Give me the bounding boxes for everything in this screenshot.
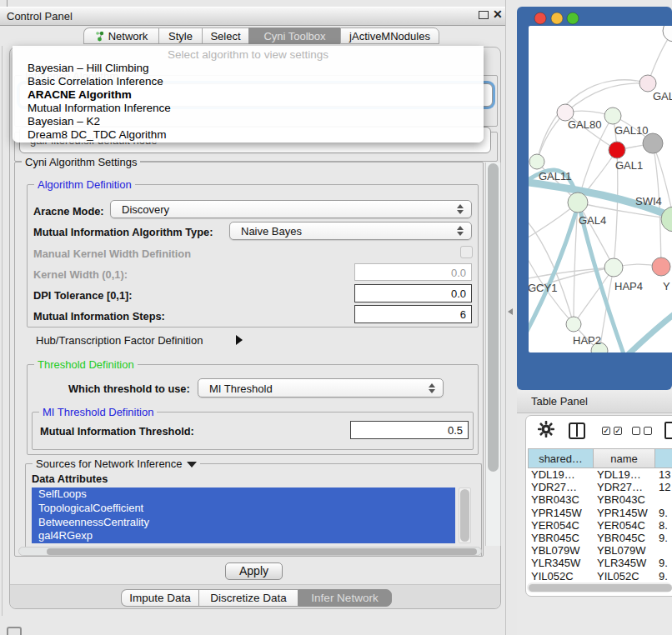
settings-vscrollbar-thumb[interactable] bbox=[488, 163, 499, 472]
mi-type-combo[interactable]: Naive Bayes bbox=[229, 222, 472, 240]
table-cell: 9. bbox=[655, 570, 672, 582]
table-cell: YBR045C bbox=[528, 532, 594, 544]
table-row[interactable]: YBR043CYBR043C bbox=[528, 493, 672, 506]
kernel-width-input[interactable]: 0.0 bbox=[354, 263, 472, 281]
control-panel-titlebar: Control Panel bbox=[0, 7, 507, 26]
which-threshold-combo[interactable]: MI Threshold bbox=[198, 378, 444, 398]
settings-hscrollbar-thumb[interactable] bbox=[47, 548, 477, 555]
aracne-mode-label: Aracne Mode: bbox=[33, 205, 104, 218]
manual-kernel-checkbox[interactable] bbox=[460, 246, 473, 258]
columns-icon[interactable] bbox=[569, 422, 585, 439]
column-header[interactable] bbox=[655, 448, 672, 468]
node-GAL10[interactable] bbox=[604, 108, 621, 124]
minimize-window-icon[interactable] bbox=[551, 12, 563, 24]
float-panel-icon[interactable] bbox=[479, 11, 489, 19]
table-cell: YPR145W bbox=[528, 507, 594, 519]
algorithm-option[interactable]: Bayesian – K2 bbox=[28, 115, 171, 128]
tab-select[interactable]: Select bbox=[202, 28, 248, 44]
mi-steps-input[interactable]: 6 bbox=[354, 305, 472, 323]
algorithm-option[interactable]: Basic Correlation Inference bbox=[28, 75, 171, 88]
table-row[interactable]: YDL19…YDL19…13 bbox=[528, 468, 672, 481]
close-window-icon[interactable] bbox=[534, 12, 546, 24]
column-header[interactable]: name bbox=[594, 448, 655, 468]
kernel-width-label: Kernel Width (0,1): bbox=[33, 268, 128, 281]
deselect-icon[interactable] bbox=[632, 427, 640, 435]
tab-jactivemnodules[interactable]: jActiveMNodules bbox=[340, 28, 439, 44]
minimized-panel-icon[interactable] bbox=[7, 627, 22, 635]
table-cell: YDL19… bbox=[528, 468, 594, 481]
control-panel-title: Control Panel bbox=[7, 10, 73, 22]
node-label: HAP2 bbox=[573, 334, 601, 347]
table-row[interactable]: YPR145WYPR145W9. bbox=[528, 507, 672, 519]
select-all-icon[interactable]: ✓ bbox=[602, 427, 610, 435]
zoom-window-icon[interactable] bbox=[567, 12, 579, 24]
aracne-mode-combo[interactable]: Discovery bbox=[110, 200, 472, 218]
mit-input[interactable]: 0.5 bbox=[350, 421, 469, 439]
column-header[interactable]: shared… bbox=[528, 448, 594, 468]
table-row[interactable]: YDR27…YDR27…12 bbox=[528, 481, 672, 493]
table-cell: YIL052C bbox=[528, 570, 594, 582]
table-row[interactable]: YLR345WYLR345W9. bbox=[528, 557, 672, 569]
tab-cyni-toolbox[interactable]: Cyni Toolbox bbox=[248, 28, 340, 44]
node-label: GAL10 bbox=[614, 124, 648, 137]
panel-left-edge bbox=[2, 46, 3, 616]
table-row[interactable]: YIL052CYIL052C9. bbox=[528, 570, 672, 582]
attribute-item[interactable]: BetweennessCentrality bbox=[32, 516, 455, 530]
manual-kernel-label: Manual Kernel Width Definition bbox=[33, 248, 191, 260]
node-label: Y bbox=[663, 280, 670, 292]
bottom-tabs: Impute DataDiscretize DataInfer Network bbox=[121, 589, 392, 607]
table-cell: YPR145W bbox=[594, 507, 655, 519]
node-GAL11[interactable] bbox=[529, 154, 544, 169]
attribute-item[interactable]: SelfLoops bbox=[32, 488, 455, 502]
panel-divider[interactable] bbox=[505, 0, 517, 635]
tab-network[interactable]: Network bbox=[83, 28, 158, 44]
sources-title: Sources for Network Inference bbox=[33, 458, 200, 470]
hub-definition-label[interactable]: Hub/Transcription Factor Definition bbox=[36, 334, 203, 347]
mi-type-value: Naive Bayes bbox=[241, 225, 302, 238]
attribute-item[interactable]: gal4RGexp bbox=[32, 529, 455, 543]
tab-label: Network bbox=[108, 30, 148, 42]
attributes-scrollbar-thumb[interactable] bbox=[460, 489, 469, 542]
select-all-icon2[interactable]: ✓ bbox=[614, 427, 622, 435]
mi-type-label: Mutual Information Algorithm Type: bbox=[33, 226, 213, 238]
bottom-tab-impute-data[interactable]: Impute Data bbox=[121, 589, 198, 607]
data-attributes-label: Data Attributes bbox=[32, 472, 108, 485]
expand-arrow-icon[interactable] bbox=[236, 335, 243, 345]
data-attributes-list: SelfLoopsTopologicalCoefficientBetweenne… bbox=[32, 488, 455, 543]
table-cell: 9. bbox=[655, 532, 672, 544]
algorithm-option[interactable]: ARACNE Algorithm bbox=[28, 88, 171, 102]
table-row[interactable]: YBR045CYBR045C9. bbox=[528, 532, 672, 544]
network-view-window[interactable]: GALGAL80GAL10GAL1GAL11GAL4SWI4GCY1HAP4YH… bbox=[517, 7, 672, 390]
apply-button[interactable]: Apply bbox=[225, 562, 283, 580]
algorithm-option[interactable]: Bayesian – Hill Climbing bbox=[28, 62, 171, 75]
close-icon[interactable]: ✕ bbox=[493, 8, 503, 21]
node-label: GAL bbox=[653, 90, 672, 102]
bottom-tab-discretize-data[interactable]: Discretize Data bbox=[198, 589, 298, 607]
table-cell: YBR045C bbox=[594, 532, 655, 544]
node-HAP4[interactable] bbox=[604, 258, 623, 277]
table-cell: YLR345W bbox=[528, 557, 594, 569]
tab-style[interactable]: Style bbox=[158, 28, 202, 44]
table-row[interactable]: YER054CYER054C8. bbox=[528, 519, 672, 532]
table-hscrollbar-thumb[interactable] bbox=[529, 584, 672, 592]
node-unlabeled[interactable] bbox=[639, 75, 656, 92]
node-GAL1[interactable] bbox=[609, 142, 625, 158]
deselect-icon2[interactable] bbox=[644, 427, 652, 435]
node-label: HAP4 bbox=[614, 280, 643, 292]
collapse-left-icon[interactable] bbox=[508, 308, 513, 315]
algorithm-option[interactable]: Dream8 DC_TDC Algorithm bbox=[28, 128, 171, 142]
document-icon[interactable] bbox=[664, 422, 672, 439]
table-row[interactable]: YBL079WYBL079W bbox=[528, 544, 672, 557]
attribute-item[interactable]: TopologicalCoefficient bbox=[32, 502, 455, 516]
node-Y[interactable] bbox=[652, 258, 670, 276]
table-cell: YER054C bbox=[528, 519, 594, 532]
gear-icon[interactable] bbox=[537, 420, 555, 438]
table-panel-title: Table Panel bbox=[531, 395, 588, 408]
bottom-tab-infer-network[interactable]: Infer Network bbox=[298, 589, 392, 607]
table-cell: YLR345W bbox=[594, 557, 655, 569]
dpi-tolerance-input[interactable]: 0.0 bbox=[354, 284, 472, 302]
node-GAL4[interactable] bbox=[568, 192, 588, 212]
node-HAP2[interactable] bbox=[566, 317, 581, 332]
table-cell: 9. bbox=[655, 557, 672, 569]
algorithm-option[interactable]: Mutual Information Inference bbox=[28, 102, 171, 115]
